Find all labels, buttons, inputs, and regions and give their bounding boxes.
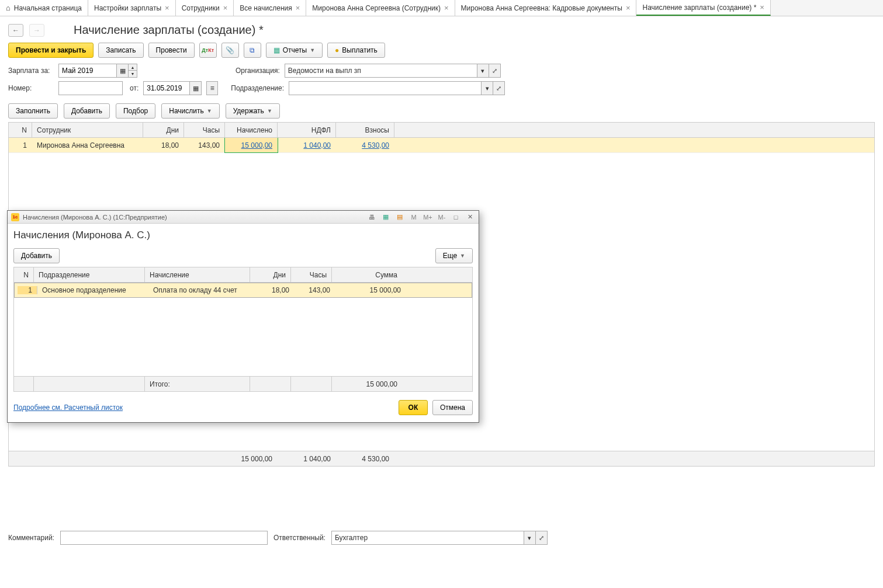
division-label: Подразделение: xyxy=(231,84,284,92)
date-input[interactable] xyxy=(143,81,190,95)
cell-accrued[interactable]: 15 000,00 xyxy=(225,138,278,152)
open-icon[interactable]: ⤢ xyxy=(493,81,505,95)
fill-button[interactable]: Заполнить xyxy=(8,103,58,119)
dialog-grid-body[interactable]: 1 Основное подразделение Оплата по оклад… xyxy=(14,283,472,376)
col-accrued[interactable]: Начислено xyxy=(225,123,278,137)
dcol-division[interactable]: Подразделение xyxy=(34,267,145,282)
comment-input[interactable] xyxy=(60,531,268,545)
pay-button[interactable]: ●Выплатить xyxy=(327,43,385,58)
spinner[interactable]: ▲▼ xyxy=(129,64,137,78)
maximize-icon[interactable]: □ xyxy=(451,213,461,222)
cell-spacer xyxy=(394,138,874,152)
payslip-link[interactable]: Подробнее см. Расчетный листок xyxy=(13,403,123,412)
pick-button[interactable]: Подбор xyxy=(116,103,155,119)
tab-payroll-create[interactable]: Начисление зарплаты (создание) *× xyxy=(636,0,770,16)
dialog-titlebar[interactable]: 1c Начисления (Миронова А. С.) (1С:Предп… xyxy=(8,211,479,224)
post-button[interactable]: Провести xyxy=(148,43,195,58)
col-hours[interactable]: Часы xyxy=(184,123,225,137)
col-employee[interactable]: Сотрудник xyxy=(32,123,143,137)
tab-accruals[interactable]: Все начисления× xyxy=(234,0,306,16)
coin-icon: ● xyxy=(335,46,339,54)
tab-home[interactable]: ⌂Начальная страница xyxy=(0,0,88,16)
paperclip-icon: 📎 xyxy=(226,46,234,54)
footer-ndfl: 1 040,00 xyxy=(278,451,336,466)
tab-hr-docs[interactable]: Миронова Анна Сергеевна: Кадровые докуме… xyxy=(455,0,637,16)
back-button[interactable]: ← xyxy=(8,24,23,37)
print-icon[interactable]: 🖶 xyxy=(366,213,377,222)
report-icon: ▦ xyxy=(273,46,280,54)
col-contrib[interactable]: Взносы xyxy=(336,123,394,137)
dfooter-label: Итого: xyxy=(145,377,250,391)
number-input[interactable] xyxy=(58,81,123,95)
close-icon[interactable]: × xyxy=(223,4,228,12)
post-and-close-button[interactable]: Провести и закрыть xyxy=(8,43,94,58)
ok-button[interactable]: ОК xyxy=(399,400,428,415)
reports-button[interactable]: ▦Отчеты▼ xyxy=(266,43,323,58)
dcol-days[interactable]: Дни xyxy=(250,267,291,282)
forward-button[interactable]: → xyxy=(29,24,44,37)
spin-down[interactable]: ▼ xyxy=(129,71,137,77)
chevron-down-icon[interactable]: ▾ xyxy=(477,64,489,78)
calendar-icon[interactable]: ▦ xyxy=(190,81,202,95)
link-icon: ⧉ xyxy=(250,46,255,54)
tab-label: Настройки зарплаты xyxy=(94,4,161,12)
cancel-button[interactable]: Отмена xyxy=(432,400,473,415)
dialog-add-button[interactable]: Добавить xyxy=(13,248,60,263)
col-n[interactable]: N xyxy=(9,123,32,137)
close-icon[interactable]: × xyxy=(296,4,300,12)
write-button[interactable]: Записать xyxy=(98,43,143,58)
division-field[interactable]: ▾ ⤢ xyxy=(289,81,505,95)
mplus-button[interactable]: M+ xyxy=(423,213,433,222)
responsible-field[interactable]: Бухгалтер ▾ ⤢ xyxy=(331,531,548,545)
open-icon[interactable]: ⤢ xyxy=(489,64,501,78)
responsible-select[interactable]: Бухгалтер xyxy=(331,531,524,545)
tab-settings[interactable]: Настройки зарплаты× xyxy=(88,0,176,16)
division-select[interactable] xyxy=(289,81,482,95)
dialog-title: Начисления (Миронова А. С.) xyxy=(13,229,473,241)
dialog-grid-header: N Подразделение Начисление Дни Часы Сумм… xyxy=(14,267,472,283)
cell-contrib[interactable]: 4 530,00 xyxy=(336,138,394,152)
dialog-more-button[interactable]: Еще▼ xyxy=(435,248,473,263)
spin-up[interactable]: ▲ xyxy=(129,64,137,71)
related-button[interactable]: ⧉ xyxy=(244,43,261,58)
dt-kt-button[interactable]: ДтКт xyxy=(199,43,217,58)
table-row[interactable]: 1 Основное подразделение Оплата по оклад… xyxy=(14,283,472,298)
calendar-icon[interactable]: ▦ xyxy=(117,64,129,78)
tab-employees[interactable]: Сотрудники× xyxy=(176,0,234,16)
close-icon[interactable]: × xyxy=(626,4,631,12)
dcol-hours[interactable]: Часы xyxy=(291,267,332,282)
page-title: Начисление зарплаты (создание) * xyxy=(74,23,264,37)
calculator-icon[interactable]: ▤ xyxy=(394,213,405,222)
close-icon[interactable]: ✕ xyxy=(465,213,475,222)
add-button[interactable]: Добавить xyxy=(64,103,110,119)
close-icon[interactable]: × xyxy=(165,4,169,12)
list-icon[interactable]: ≡ xyxy=(206,81,218,95)
calendar-icon[interactable]: ▦ xyxy=(380,213,391,222)
cell-ndfl[interactable]: 1 040,00 xyxy=(278,138,336,152)
grid-header: N Сотрудник Дни Часы Начислено НДФЛ Взно… xyxy=(9,123,874,138)
m-button[interactable]: M xyxy=(408,213,419,222)
close-icon[interactable]: × xyxy=(444,4,449,12)
attach-button[interactable]: 📎 xyxy=(221,43,239,58)
org-select[interactable]: Ведомости на выпл зп xyxy=(285,64,477,78)
salary-for-input[interactable] xyxy=(58,64,117,78)
chevron-down-icon[interactable]: ▾ xyxy=(482,81,493,95)
mminus-button[interactable]: M- xyxy=(437,213,447,222)
dcol-accrual[interactable]: Начисление xyxy=(145,267,250,282)
date-field[interactable]: ▦ xyxy=(143,81,202,95)
col-ndfl[interactable]: НДФЛ xyxy=(278,123,336,137)
salary-for-label: Зарплата за: xyxy=(8,67,54,75)
org-field[interactable]: Ведомости на выпл зп ▾ ⤢ xyxy=(285,64,501,78)
dcol-n[interactable]: N xyxy=(14,267,34,282)
col-days[interactable]: Дни xyxy=(143,123,184,137)
accrue-button[interactable]: Начислить▼ xyxy=(161,103,219,119)
salary-for-field[interactable]: ▦ ▲▼ xyxy=(58,64,137,78)
tab-employee-card[interactable]: Миронова Анна Сергеевна (Сотрудник)× xyxy=(306,0,455,16)
open-icon[interactable]: ⤢ xyxy=(536,531,548,545)
deduct-button[interactable]: Удержать▼ xyxy=(226,103,280,119)
dcol-sum[interactable]: Сумма xyxy=(332,267,402,282)
table-row[interactable]: 1 Миронова Анна Сергеевна 18,00 143,00 1… xyxy=(9,138,874,153)
close-icon[interactable]: × xyxy=(760,3,764,12)
tab-label: Миронова Анна Сергеевна: Кадровые докуме… xyxy=(461,4,622,12)
chevron-down-icon[interactable]: ▾ xyxy=(524,531,536,545)
